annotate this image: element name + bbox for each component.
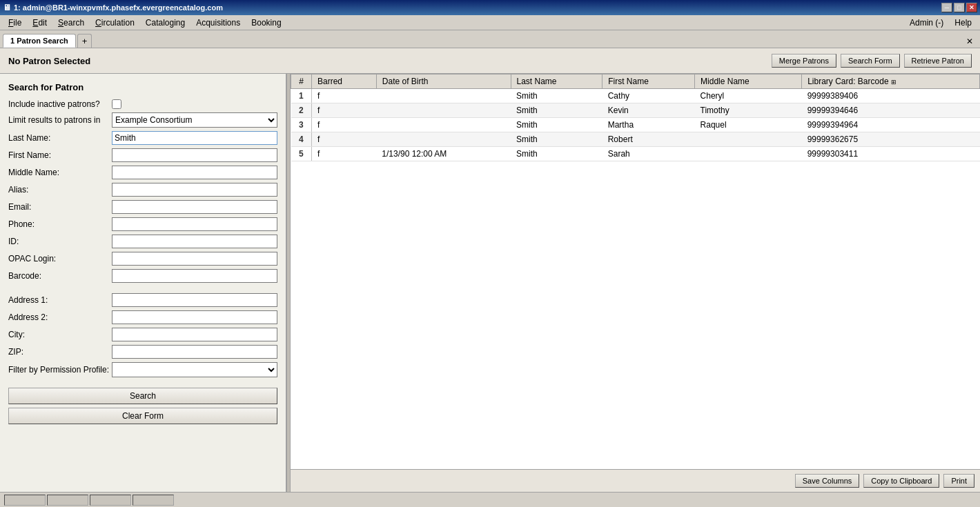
window-title: 1: admin@BR1-winxpvmfx.phasefx.evergreen… bbox=[14, 3, 223, 12]
cell-barcode: 99999389406 bbox=[802, 89, 980, 103]
cell-last_name: Smith bbox=[511, 147, 602, 161]
city-input[interactable] bbox=[112, 328, 277, 341]
include-inactive-checkbox[interactable] bbox=[112, 99, 121, 109]
menu-admin[interactable]: Admin (-) bbox=[904, 17, 949, 29]
status-segment-1 bbox=[4, 495, 46, 506]
title-bar: 🖥 1: admin@BR1-winxpvmfx.phasefx.evergre… bbox=[0, 0, 980, 15]
menu-cataloging[interactable]: Cataloging bbox=[140, 17, 190, 29]
results-table: # Barred Date of Birth Last Name First N… bbox=[291, 74, 980, 161]
col-header-barred[interactable]: Barred bbox=[312, 74, 377, 89]
col-resize-icon[interactable]: ⊞ bbox=[891, 79, 896, 86]
address1-input[interactable] bbox=[112, 293, 277, 307]
col-header-last-name[interactable]: Last Name bbox=[511, 74, 602, 89]
alias-input[interactable] bbox=[112, 183, 277, 197]
opac-login-label: OPAC Login: bbox=[8, 254, 112, 264]
last-name-input[interactable] bbox=[112, 131, 277, 145]
search-button[interactable]: Search bbox=[8, 388, 277, 404]
menu-help[interactable]: Help bbox=[949, 17, 977, 29]
results-table-container: # Barred Date of Birth Last Name First N… bbox=[291, 74, 980, 469]
limit-results-label: Limit results to patrons in bbox=[8, 115, 112, 125]
permission-profile-select[interactable] bbox=[112, 362, 277, 377]
status-segment-3 bbox=[90, 495, 131, 506]
table-row[interactable]: 2fSmithKevinTimothy99999394646 bbox=[291, 103, 980, 118]
include-inactive-label: Include inactive patrons? bbox=[8, 99, 112, 109]
cell-barred: f bbox=[312, 103, 377, 118]
phone-input[interactable] bbox=[112, 217, 277, 231]
col-header-middle-name[interactable]: Middle Name bbox=[695, 74, 802, 89]
cell-barcode: 99999362675 bbox=[802, 132, 980, 147]
merge-patrons-button[interactable]: Merge Patrons bbox=[772, 54, 836, 68]
menu-circulation[interactable]: Circulation bbox=[90, 17, 140, 29]
copy-clipboard-button[interactable]: Copy to Clipboard bbox=[863, 474, 939, 488]
menu-acquisitions[interactable]: Acquisitions bbox=[190, 17, 246, 29]
search-panel: Search for Patron Include inactive patro… bbox=[0, 74, 286, 492]
id-input[interactable] bbox=[112, 235, 277, 248]
table-row[interactable]: 4fSmithRobert99999362675 bbox=[291, 132, 980, 147]
cell-barred: f bbox=[312, 132, 377, 147]
table-row[interactable]: 5f1/13/90 12:00 AMSmithSarah99999303411 bbox=[291, 147, 980, 161]
col-header-first-name[interactable]: First Name bbox=[602, 74, 695, 89]
phone-label: Phone: bbox=[8, 219, 112, 229]
menu-booking[interactable]: Booking bbox=[246, 17, 286, 29]
cell-first_name: Cathy bbox=[602, 89, 695, 103]
title-bar-left: 🖥 1: admin@BR1-winxpvmfx.phasefx.evergre… bbox=[3, 3, 223, 12]
cell-num: 4 bbox=[291, 132, 312, 147]
cell-dob: 1/13/90 12:00 AM bbox=[376, 147, 511, 161]
zip-input[interactable] bbox=[112, 345, 277, 359]
search-form-button[interactable]: Search Form bbox=[841, 54, 900, 68]
results-body: 1fSmithCathyCheryl999993894062fSmithKevi… bbox=[291, 89, 980, 161]
table-header: # Barred Date of Birth Last Name First N… bbox=[291, 74, 980, 89]
cell-dob bbox=[376, 103, 511, 118]
status-segment-2 bbox=[47, 495, 88, 506]
col-header-num[interactable]: # bbox=[291, 74, 312, 89]
last-name-row: Last Name: bbox=[8, 131, 277, 145]
table-row[interactable]: 1fSmithCathyCheryl99999389406 bbox=[291, 89, 980, 103]
email-input[interactable] bbox=[112, 200, 277, 214]
cell-middle_name: Timothy bbox=[695, 103, 802, 118]
tab-close-icon[interactable]: ✕ bbox=[962, 35, 977, 48]
tab-patron-search[interactable]: 1 Patron Search bbox=[3, 34, 76, 48]
menu-edit[interactable]: Edit bbox=[27, 17, 52, 29]
middle-name-input[interactable] bbox=[112, 166, 277, 179]
cell-num: 3 bbox=[291, 118, 312, 132]
menu-search[interactable]: Search bbox=[52, 17, 90, 29]
first-name-row: First Name: bbox=[8, 148, 277, 162]
retrieve-patron-button[interactable]: Retrieve Patron bbox=[904, 54, 972, 68]
menu-file[interactable]: File bbox=[3, 17, 27, 29]
cell-num: 2 bbox=[291, 103, 312, 118]
cell-last_name: Smith bbox=[511, 132, 602, 147]
cell-first_name: Martha bbox=[602, 118, 695, 132]
middle-name-label: Middle Name: bbox=[8, 168, 112, 177]
first-name-input[interactable] bbox=[112, 148, 277, 162]
form-buttons: Search Clear Form bbox=[8, 388, 277, 424]
barcode-input[interactable] bbox=[112, 269, 277, 283]
save-columns-button[interactable]: Save Columns bbox=[795, 474, 860, 488]
address2-input[interactable] bbox=[112, 310, 277, 324]
city-label: City: bbox=[8, 330, 112, 339]
close-window-button[interactable]: ✕ bbox=[966, 3, 977, 12]
tab-add-button[interactable]: + bbox=[77, 34, 92, 48]
last-name-label: Last Name: bbox=[8, 133, 112, 143]
maximize-button[interactable]: □ bbox=[954, 3, 965, 12]
cell-middle_name: Cheryl bbox=[695, 89, 802, 103]
email-row: Email: bbox=[8, 200, 277, 214]
table-row[interactable]: 3fSmithMarthaRaquel99999394964 bbox=[291, 118, 980, 132]
clear-form-button[interactable]: Clear Form bbox=[8, 408, 277, 424]
phone-row: Phone: bbox=[8, 217, 277, 231]
cell-barred: f bbox=[312, 118, 377, 132]
cell-first_name: Robert bbox=[602, 132, 695, 147]
col-header-barcode[interactable]: Library Card: Barcode ⊞ bbox=[802, 74, 980, 89]
cell-first_name: Sarah bbox=[602, 147, 695, 161]
minimize-button[interactable]: ─ bbox=[941, 3, 952, 12]
patron-bar: No Patron Selected Merge Patrons Search … bbox=[0, 48, 980, 74]
content-split: Search for Patron Include inactive patro… bbox=[0, 74, 980, 492]
cell-middle_name bbox=[695, 147, 802, 161]
limit-results-select[interactable]: Example Consortium bbox=[112, 112, 277, 128]
include-inactive-row: Include inactive patrons? bbox=[8, 99, 277, 109]
print-button[interactable]: Print bbox=[943, 474, 974, 488]
middle-name-row: Middle Name: bbox=[8, 166, 277, 179]
col-header-dob[interactable]: Date of Birth bbox=[376, 74, 511, 89]
opac-login-input[interactable] bbox=[112, 252, 277, 266]
cell-last_name: Smith bbox=[511, 103, 602, 118]
tab-bar: 1 Patron Search + ✕ bbox=[0, 30, 980, 48]
